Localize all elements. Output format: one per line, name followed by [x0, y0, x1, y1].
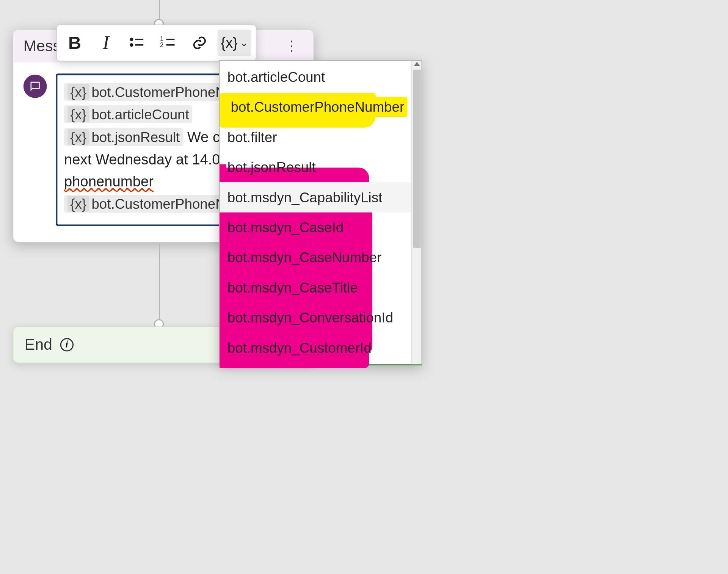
variable-option[interactable]: bot.CustomerPhoneNumber — [220, 92, 411, 122]
svg-point-2 — [130, 44, 133, 46]
editor-text: next Wednesday at 14.00p — [64, 151, 236, 167]
variable-option[interactable]: bot.articleCount — [220, 62, 411, 92]
more-options-button[interactable]: ⋮ — [280, 37, 303, 56]
svg-text:2: 2 — [160, 41, 163, 48]
variable-option[interactable]: bot.msdyn_CustomerName — [220, 363, 411, 364]
editor-text-misspelled: phonenumber — [64, 173, 154, 190]
chevron-down-icon: ⌄ — [240, 37, 248, 49]
variable-dropdown-panel: bot.articleCount bot.CustomerPhoneNumber… — [219, 60, 422, 366]
dropdown-scrollbar[interactable] — [411, 61, 421, 364]
numbered-list-button[interactable]: 12 — [155, 30, 182, 56]
end-node-title: End — [25, 336, 52, 353]
link-button[interactable] — [186, 30, 213, 56]
variable-option[interactable]: bot.msdyn_CustomerId — [220, 333, 411, 363]
info-icon[interactable]: i — [60, 338, 74, 351]
variable-option[interactable]: bot.msdyn_CapabilityList — [220, 182, 411, 212]
variable-option[interactable]: bot.msdyn_ConversationId — [220, 302, 411, 332]
variable-chip[interactable]: {x}bot.CustomerPhoneN — [64, 83, 229, 101]
scroll-up-arrow-icon[interactable] — [414, 62, 420, 66]
svg-point-0 — [130, 38, 133, 41]
variable-dropdown-list[interactable]: bot.articleCount bot.CustomerPhoneNumber… — [220, 61, 411, 364]
bold-button[interactable]: B — [61, 30, 88, 56]
italic-button[interactable]: I — [93, 30, 119, 56]
variable-chip[interactable]: {x}bot.articleCount — [64, 105, 193, 123]
formatting-toolbar: B I 12 {x}⌄ — [56, 25, 256, 61]
insert-variable-button[interactable]: {x}⌄ — [217, 30, 251, 56]
variable-chip[interactable]: {x}bot.jsonResult — [64, 128, 183, 146]
variable-option[interactable]: bot.msdyn_CaseId — [220, 212, 411, 242]
bulleted-list-button[interactable] — [124, 30, 151, 56]
connector-line-mid — [159, 244, 160, 327]
chat-bubble-icon — [24, 75, 47, 98]
variable-option[interactable]: bot.jsonResult — [220, 152, 411, 182]
scroll-thumb[interactable] — [413, 70, 421, 248]
variable-option[interactable]: bot.msdyn_CaseNumber — [220, 242, 411, 272]
variable-option[interactable]: bot.msdyn_CaseTitle — [220, 272, 411, 302]
variable-chip[interactable]: {x}bot.CustomerPhoneN — [64, 195, 229, 213]
